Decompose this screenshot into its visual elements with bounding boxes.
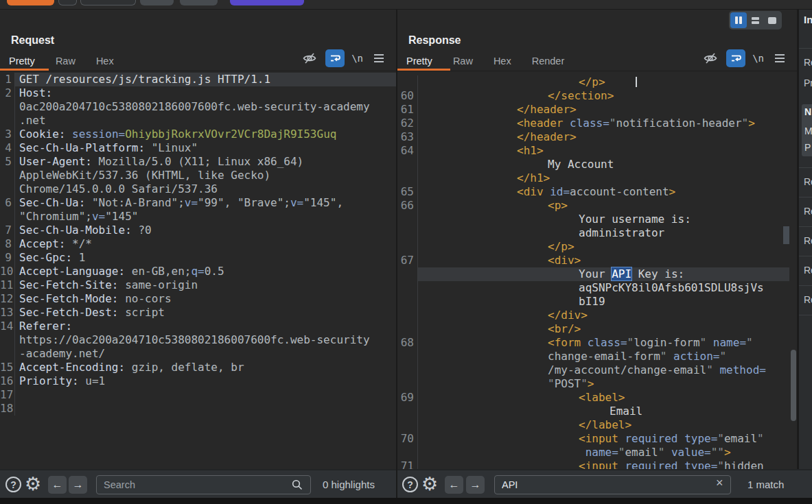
toolbar-segment-a[interactable] <box>140 0 174 5</box>
line-number: 60 <box>397 89 418 103</box>
inspector-section-bar[interactable]: Re <box>804 176 812 187</box>
toolbar-button-purple[interactable] <box>230 0 304 5</box>
code-line: change-email-form" action=" <box>397 350 789 363</box>
request-tab-hex[interactable]: Hex <box>96 56 114 67</box>
line-number: 67 <box>397 254 418 267</box>
inspector-section-bar[interactable]: Re <box>804 206 812 217</box>
code-line: 3Cookie: session=OhiybbjRokrxVOvr2VCr8Da… <box>0 128 396 141</box>
line-number <box>397 158 418 171</box>
request-editor[interactable]: 1GET /resources/js/tracking.js HTTP/1.12… <box>0 73 396 469</box>
hide-highlights-icon[interactable] <box>301 49 318 67</box>
line-number <box>397 281 418 295</box>
response-tab-hex[interactable]: Hex <box>494 56 511 67</box>
code-line: AppleWebKit/537.36 (KHTML, like Gecko) <box>0 169 396 182</box>
request-tabs: PrettyRawHex <box>0 52 114 70</box>
code-line: 11Sec-Fetch-Site: same-origin <box>0 278 396 292</box>
code-line: 62<header class="notification-header"> <box>397 117 789 130</box>
line-number: 3 <box>0 128 15 141</box>
line-number: 17 <box>0 388 15 402</box>
line-number <box>0 210 15 224</box>
editor-menu-icon[interactable] <box>771 49 789 67</box>
response-panel: Response PrettyRawHexRender \n </p>6 <box>397 10 797 469</box>
inspector-label: Re <box>804 57 812 68</box>
inspector-label: Pr <box>804 77 812 88</box>
line-number: 15 <box>0 361 15 374</box>
line-number: 5 <box>0 155 15 169</box>
previous-match-button[interactable]: ← <box>48 476 67 494</box>
next-match-button[interactable]: → <box>69 476 87 494</box>
code-line: /my-account/change-email" method= <box>397 363 789 377</box>
show-newlines-icon[interactable]: \n <box>752 53 764 64</box>
line-number: 62 <box>397 117 418 130</box>
code-line: 10Accept-Language: en-GB,en;q=0.5 <box>0 265 396 278</box>
columns-layout-button[interactable] <box>730 12 747 28</box>
code-line: .net <box>0 114 396 128</box>
response-editor[interactable]: </p>60</section>61</header>62<header cla… <box>397 75 789 469</box>
show-newlines-icon[interactable]: \n <box>351 53 363 64</box>
settings-gear-icon[interactable]: ⚙ <box>25 470 41 499</box>
line-number <box>397 418 418 432</box>
code-line: bI19 <box>397 295 789 309</box>
code-line: </h1> <box>397 171 789 185</box>
code-line: 70<input required type="email" <box>397 432 789 446</box>
help-icon[interactable]: ? <box>402 477 418 492</box>
toolbar-button-1[interactable] <box>58 0 77 5</box>
line-number: 18 <box>0 402 15 416</box>
clear-search-icon[interactable]: × <box>716 476 723 490</box>
request-toolbar-icons: \n <box>301 49 388 67</box>
code-line: 12Sec-Fetch-Mode: no-cors <box>0 292 396 306</box>
response-tab-raw[interactable]: Raw <box>453 56 473 67</box>
code-line: Chrome/145.0.0.0 Safari/537.36 <box>0 182 396 196</box>
code-line: 69<label> <box>397 391 789 405</box>
previous-match-button[interactable]: ← <box>445 476 463 494</box>
line-number <box>397 322 418 336</box>
stacked-layout-button[interactable] <box>747 12 764 28</box>
line-number: 65 <box>397 185 418 199</box>
editor-menu-icon[interactable] <box>370 49 388 67</box>
code-line: 8Accept: */* <box>0 237 396 251</box>
response-tab-pretty[interactable]: Pretty <box>406 56 432 67</box>
code-line: 61</header> <box>397 103 789 117</box>
line-number <box>0 347 15 361</box>
line-number: 10 <box>0 265 15 278</box>
inspector-section-bar[interactable]: Re <box>804 235 812 246</box>
line-number: 14 <box>0 320 15 333</box>
word-wrap-icon[interactable] <box>325 49 345 67</box>
help-icon[interactable]: ? <box>5 477 21 492</box>
search-input[interactable] <box>96 475 311 494</box>
code-line: 7Sec-Ch-Ua-Mobile: ?0 <box>0 224 396 237</box>
inspector-selected-block[interactable]: N M P <box>802 104 812 156</box>
response-scrollbar[interactable] <box>791 350 796 421</box>
line-number <box>397 295 418 309</box>
settings-gear-icon[interactable]: ⚙ <box>421 470 438 499</box>
hide-highlights-icon[interactable] <box>701 49 719 67</box>
line-number: 9 <box>0 251 15 265</box>
response-toolbar-icons: \n <box>701 49 789 67</box>
inspector-title: In <box>804 14 812 25</box>
inspector-section-bar[interactable]: Re <box>804 265 812 276</box>
toolbar-button-2[interactable] <box>80 0 136 5</box>
next-match-button[interactable]: → <box>466 476 485 494</box>
code-line: </p> <box>397 240 789 254</box>
request-search-bar: ? ⚙ ← → 0 highlights <box>0 469 396 498</box>
response-panel-title: Response <box>408 34 461 47</box>
code-line: "POST"> <box>397 377 789 391</box>
request-tab-raw[interactable]: Raw <box>56 56 76 67</box>
line-number <box>397 446 418 459</box>
search-input[interactable] <box>494 475 731 494</box>
inspector-section-bar[interactable]: Re <box>804 294 812 305</box>
line-number: 1 <box>0 73 15 86</box>
code-line: 4Sec-Ch-Ua-Platform: "Linux" <box>0 141 396 155</box>
request-panel: Request PrettyRawHex \n 1GET /resour <box>0 10 396 469</box>
send-button-partial[interactable] <box>7 0 54 5</box>
single-layout-button[interactable] <box>764 12 780 28</box>
line-number: 12 <box>0 292 15 306</box>
code-line: My Account <box>397 158 789 171</box>
response-tab-render[interactable]: Render <box>532 56 565 67</box>
response-tabs: PrettyRawHexRender <box>397 52 564 70</box>
word-wrap-icon[interactable] <box>726 49 745 67</box>
request-tab-pretty[interactable]: Pretty <box>9 56 35 67</box>
code-line: </p> <box>397 75 789 89</box>
code-line: Email <box>397 405 789 418</box>
toolbar-segment-b[interactable] <box>180 0 218 5</box>
